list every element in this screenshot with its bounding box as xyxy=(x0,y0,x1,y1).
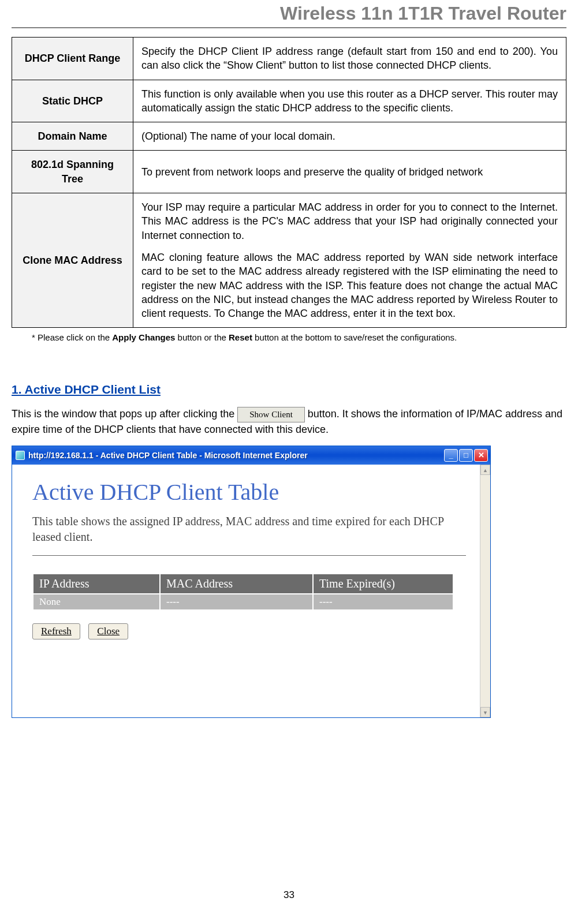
page-title: Active DHCP Client Table xyxy=(32,465,483,506)
table-row: Domain Name (Optional) The name of your … xyxy=(12,122,566,151)
scrollbar[interactable] xyxy=(480,465,490,717)
cell-mac: ---- xyxy=(160,594,313,610)
button-row: Refresh Close xyxy=(32,623,483,639)
page-number: 33 xyxy=(0,889,578,901)
minimize-button[interactable]: _ xyxy=(444,449,458,462)
col-mac: MAC Address xyxy=(160,574,313,594)
page-subtitle: This table shows the assigned IP address… xyxy=(32,514,483,545)
definitions-table: DHCP Client Range Specify the DHCP Clien… xyxy=(12,37,566,328)
maximize-button[interactable]: □ xyxy=(459,449,473,462)
dhcp-client-table: IP Address MAC Address Time Expired(s) N… xyxy=(32,573,454,611)
section-text: This is the window that pops up after cl… xyxy=(12,407,566,437)
footnote: * Please click on the Apply Changes butt… xyxy=(12,328,566,342)
table-row: Clone MAC Address Your ISP may require a… xyxy=(12,193,566,328)
document-header: Wireless 11n 1T1R Travel Router xyxy=(12,0,566,28)
window-title: http://192.168.1.1 - Active DHCP Client … xyxy=(28,451,443,460)
table-row: None ---- ---- xyxy=(33,594,453,610)
def-label: Static DHCP xyxy=(12,80,133,122)
show-client-button[interactable]: Show Client xyxy=(237,407,305,422)
col-ip: IP Address xyxy=(33,574,160,594)
close-button[interactable]: ✕ xyxy=(474,449,488,462)
window-titlebar: http://192.168.1.1 - Active DHCP Client … xyxy=(12,446,490,465)
close-page-button[interactable]: Close xyxy=(88,623,128,639)
table-row: DHCP Client Range Specify the DHCP Clien… xyxy=(12,38,566,80)
col-expired: Time Expired(s) xyxy=(313,574,453,594)
cell-ip: None xyxy=(33,594,160,610)
table-row: 802.1d Spanning Tree To prevent from net… xyxy=(12,151,566,193)
def-label: Clone MAC Address xyxy=(12,193,133,328)
refresh-button[interactable]: Refresh xyxy=(32,623,80,639)
def-desc: (Optional) The name of your local domain… xyxy=(133,122,566,151)
def-label: DHCP Client Range xyxy=(12,38,133,80)
browser-window: http://192.168.1.1 - Active DHCP Client … xyxy=(12,446,491,718)
table-header-row: IP Address MAC Address Time Expired(s) xyxy=(33,574,453,594)
def-label: Domain Name xyxy=(12,122,133,151)
def-desc: Your ISP may require a particular MAC ad… xyxy=(133,193,566,328)
def-desc: To prevent from network loops and preser… xyxy=(133,151,566,193)
ie-icon xyxy=(16,451,25,460)
def-desc: This function is only available when you… xyxy=(133,80,566,122)
def-label: 802.1d Spanning Tree xyxy=(12,151,133,193)
table-row: Static DHCP This function is only availa… xyxy=(12,80,566,122)
cell-expired: ---- xyxy=(313,594,453,610)
divider xyxy=(32,555,466,556)
window-content: Active DHCP Client Table This table show… xyxy=(12,465,490,717)
def-desc: Specify the DHCP Client IP address range… xyxy=(133,38,566,80)
section-heading: 1. Active DHCP Client List xyxy=(12,383,566,396)
